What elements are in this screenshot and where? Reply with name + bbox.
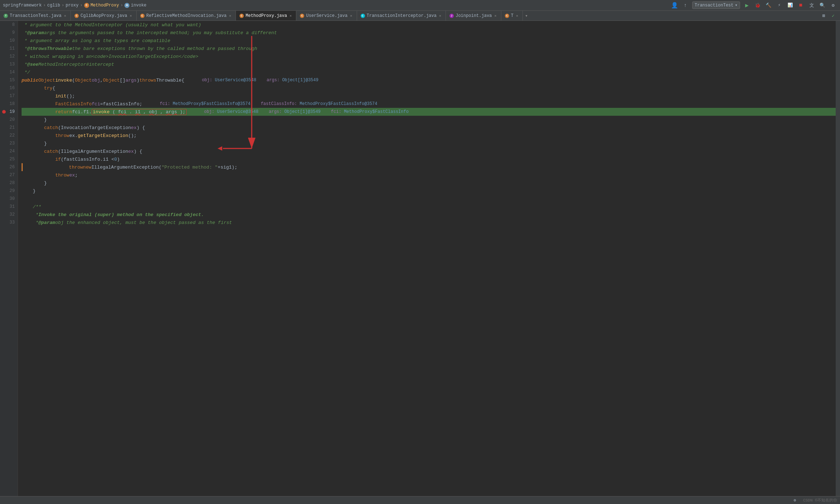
space-21: ( xyxy=(58,125,61,130)
kw-try-16: try xyxy=(44,86,52,91)
code-area: 8 9 10 11 12 13 14 15 16 17 18 19 20 21 … xyxy=(0,21,840,504)
fci-i1-19: fci xyxy=(118,109,126,115)
tab-transactiontest[interactable]: T TransactionTest.java ✕ xyxy=(0,11,71,21)
tab-close-ct[interactable]: ✕ xyxy=(515,13,519,18)
translate-button[interactable]: 文 xyxy=(808,1,816,9)
method-invoke-19: invoke xyxy=(93,109,110,115)
indent-21 xyxy=(22,125,44,130)
line-num-19: 19 xyxy=(0,108,18,116)
stop-button[interactable]: ⏹ xyxy=(797,1,805,9)
indent-28 xyxy=(22,180,44,186)
comment-31: /** xyxy=(33,204,41,210)
user-button[interactable]: 👤 xyxy=(671,1,679,9)
args-19: args xyxy=(166,109,177,115)
settings-icon-bottom[interactable]: ⚙ xyxy=(791,496,799,504)
breadcrumb-sep-3: › xyxy=(80,3,82,8)
debug-button[interactable]: 🐞 xyxy=(754,1,762,9)
editor-layout-button[interactable]: ⊞ xyxy=(820,12,828,20)
scrollbar[interactable] xyxy=(836,21,840,504)
tab-close-userservice[interactable]: ✕ xyxy=(349,13,353,18)
comment-9: * xyxy=(22,30,27,36)
tab-close-methodproxy[interactable]: ✕ xyxy=(289,13,292,18)
tab-close-transactiontest[interactable]: ✕ xyxy=(63,13,67,18)
tab-label-ct: T xyxy=(511,13,513,18)
comment-tag-33: @param xyxy=(38,220,55,225)
tab-joinpoint[interactable]: J Joinpoint.java ✕ xyxy=(446,11,501,21)
tab-icon-transactiontest: T xyxy=(4,14,8,18)
comment-11c: the bare exceptions thrown by the called… xyxy=(72,46,257,51)
tab-cglibaopproxy[interactable]: C CglibAopProxy.java ✕ xyxy=(71,11,137,21)
build-button[interactable]: 🔨 xyxy=(764,1,772,9)
search-button[interactable]: 🔍 xyxy=(818,1,826,9)
code-content[interactable]: * argument to the MethodInterceptor (usu… xyxy=(18,21,836,504)
space-25: ( xyxy=(61,157,64,162)
tab-overflow-button[interactable]: ▾ xyxy=(523,13,530,19)
code-line-27: throw ex ; xyxy=(22,171,836,179)
editor-check-button[interactable]: ✓ xyxy=(829,12,837,20)
invoke-hint-box: invoke ( fci . i1 , obj , args ); xyxy=(92,109,187,115)
tab-close-cglibaopproxy[interactable]: ✕ xyxy=(129,13,133,18)
indent-24 xyxy=(22,149,44,154)
paren-19: ( xyxy=(113,109,115,115)
num-0-25: 0 xyxy=(114,157,117,162)
type-invocation-21: InvocationTargetException xyxy=(61,125,131,130)
breadcrumb-proxy[interactable]: proxy xyxy=(65,3,78,8)
settings-button[interactable]: ⚙ xyxy=(829,1,837,9)
vcs-button[interactable]: ↑ xyxy=(681,1,689,9)
tab-methodproxy[interactable]: C MethodProxy.java ✕ xyxy=(236,11,296,21)
comment-tag-9: @param xyxy=(27,30,44,36)
tab-userservice[interactable]: C UserService.java ✕ xyxy=(296,11,357,21)
paren2-15: ) xyxy=(137,78,140,83)
breadcrumb-invoke[interactable]: invoke xyxy=(131,3,146,8)
line-num-14: 14 xyxy=(0,68,18,76)
fci-19: fci.f1. xyxy=(72,109,92,115)
csdn-watermark: CSDN ©不知名的你 xyxy=(803,498,837,503)
tab-icon-userservice: C xyxy=(300,14,304,18)
brace-24: ) { xyxy=(134,149,142,154)
bottom-right: ⚙ CSDN ©不知名的你 xyxy=(791,496,837,504)
tab-close-transactioninterceptor[interactable]: ✕ xyxy=(438,13,442,18)
tab-reflectivemethodinvocation[interactable]: C ReflectiveMethodInvocation.java ✕ xyxy=(137,11,236,21)
line-num-13: 13 xyxy=(0,60,18,68)
line-num-22: 22 xyxy=(0,132,18,139)
coverage-button[interactable]: ⚡ xyxy=(775,1,783,9)
indent-29 xyxy=(22,188,33,194)
kw-catch-24: catch xyxy=(44,149,58,154)
code-line-13: * @see MethodInterceptor#intercept xyxy=(22,60,836,68)
tab-close-reflective[interactable]: ✕ xyxy=(228,13,232,18)
line-num-31: 31 xyxy=(0,203,18,211)
run-config-selector[interactable]: TransactionTest ▾ xyxy=(692,1,740,9)
tab-label-userservice: UserService.java xyxy=(306,13,347,18)
breadcrumb-cglib[interactable]: cglib xyxy=(47,3,60,8)
type-illegal-24: IllegalArgumentException xyxy=(61,149,128,154)
breadcrumb-springframework[interactable]: springframework xyxy=(3,3,42,8)
breadcrumb-methodproxy[interactable]: MethodProxy xyxy=(91,3,119,8)
dot-19: . xyxy=(129,109,132,115)
indent-25 xyxy=(22,157,55,162)
profiler-button[interactable]: 📊 xyxy=(786,1,794,9)
tab-close-joinpoint[interactable]: ✕ xyxy=(494,13,497,18)
kw-throws-15: throws xyxy=(140,78,156,83)
comment-12b: InvocationTargetException xyxy=(109,54,179,59)
code-line-17: init (); xyxy=(22,92,836,100)
fastclassinfo-25: fastClassInfo.i1 < xyxy=(64,157,114,162)
comment-13a: * xyxy=(22,62,27,67)
tab-ct[interactable]: C T ✕ xyxy=(501,11,523,21)
tab-icon-ct: C xyxy=(505,14,509,18)
plus-26: + xyxy=(218,165,220,170)
kw-catch-21: catch xyxy=(44,125,58,130)
run-button[interactable]: ▶ xyxy=(743,1,751,9)
tab-label-methodproxy: MethodProxy.java xyxy=(246,13,287,18)
tab-transactioninterceptor[interactable]: C TransactionInterceptor.java ✕ xyxy=(357,11,446,21)
brace-29: } xyxy=(33,188,36,194)
comma-15: , xyxy=(100,78,103,83)
code-line-15: public Object invoke ( Object obj , Obje… xyxy=(22,76,836,84)
comment-bold-32: Invoke the original (super) method on th… xyxy=(38,212,204,217)
kw-new-26: new xyxy=(83,165,91,170)
comma2-19: , xyxy=(143,109,149,115)
class-icon: C xyxy=(84,3,89,8)
kw-throw-26: throw xyxy=(69,165,83,170)
space-24: ( xyxy=(58,149,61,154)
throwable-15: Throwable xyxy=(156,78,182,83)
method-gettarget-22: getTargetException xyxy=(78,133,128,138)
